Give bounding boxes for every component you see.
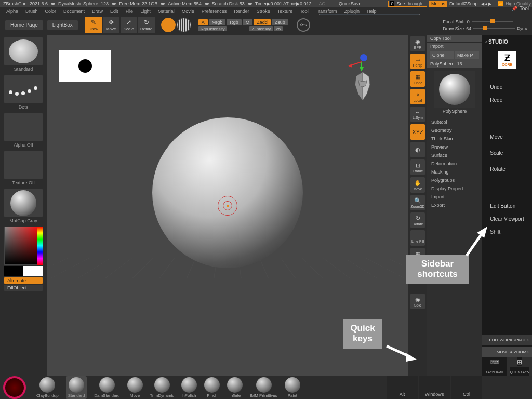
studio-rotate-button[interactable]: Rotate [490,166,524,172]
menu-light[interactable]: Light [140,9,151,14]
rotate-button[interactable]: ↻Rotate [410,212,425,228]
studio-shift-button[interactable]: Shift [490,229,524,235]
see-through-slider[interactable]: 0See-through [388,1,427,7]
studio-edit-button-button[interactable]: Edit Button [490,203,524,209]
brush-standard[interactable]: Standard [66,376,87,399]
gizmo-disc-2[interactable] [177,18,191,32]
brush-imm-primitives[interactable]: IMM Primitives [250,377,277,398]
color-ring-icon[interactable] [3,376,26,399]
gizmo-disc[interactable] [161,18,176,32]
zoom3d-button[interactable]: 🔍Zoom3D [410,195,425,210]
menu-draw[interactable]: Draw [92,9,103,14]
tool-section-polygroups[interactable]: Polygroups [431,176,478,184]
swatch-row[interactable] [4,266,43,276]
alpha-off-slot[interactable] [4,113,43,141]
menu-movie[interactable]: Movie [182,9,194,14]
menu-color[interactable]: Color [45,9,57,14]
menu-preferences[interactable]: Preferences [202,9,227,14]
bpr-button[interactable]: ◉BPR [410,36,425,51]
rotate-mode-button[interactable]: ↻Rotate [138,17,155,33]
local-button[interactable]: ⌖Local [410,89,425,104]
linefill-button[interactable]: ≡Line Fill [410,230,425,246]
menu-transform[interactable]: Transform [316,9,337,14]
dots-slot[interactable] [4,75,43,103]
standard-slot[interactable] [4,37,43,65]
studio-clear-viewport-button[interactable]: Clear Viewport [490,216,524,222]
zadd-toggle[interactable]: Zadd [254,19,271,25]
persp-button[interactable]: ▭Persp [410,54,425,69]
menu-document[interactable]: Document [63,9,85,14]
matcap-gray-slot[interactable] [4,189,43,217]
tool-section-deformation[interactable]: Deformation [431,159,478,168]
quickkey-ctrl[interactable]: Ctrl [451,376,482,399]
move-mode-button[interactable]: ✥Move [103,17,119,33]
mrgb-toggle[interactable]: Mrgb [209,19,226,25]
quicksave-button[interactable]: QuickSave [337,1,364,6]
focal-shift-slider[interactable]: Focal Shift 0 [443,19,527,24]
menu-zplugin[interactable]: Zplugin [344,9,360,14]
scale-mode-button[interactable]: ⤢Scale [121,17,137,33]
studio-move-button[interactable]: Move [490,134,524,140]
brush-pinch[interactable]: Pinch [204,377,220,398]
tool-section-thick-skin[interactable]: Thick Skin [431,135,478,143]
rgb-toggle[interactable]: Rgb [227,19,242,25]
-button[interactable]: ◐ [410,142,425,157]
edit-workspace-button[interactable]: EDIT WORKSPACE › [482,335,532,345]
menu-brush[interactable]: Brush [25,9,38,14]
brush-hpolish[interactable]: hPolish [181,377,197,398]
alternate-button[interactable]: Alternate [4,277,43,284]
menu-file[interactable]: File [126,9,134,14]
gyro-toggle[interactable]: ⟳S [297,18,310,32]
move-button[interactable]: ✋Move [410,177,425,193]
studio-back-button[interactable]: ‹ STUDIO [482,35,532,49]
make-polymesh-button[interactable]: Make P [455,51,479,59]
texture-off-slot[interactable] [4,151,43,179]
studio-tab-keyboard[interactable]: ⌨KEYBOARD [482,357,507,376]
draw-mode-button[interactable]: ✎Draw [85,17,102,33]
lsym-button[interactable]: ↔L.Sym [410,107,425,122]
polysphere-row[interactable]: PolySphere. 16 [427,60,482,68]
tool-section-geometry[interactable]: Geometry [431,126,478,135]
floor-button[interactable]: ▦Floor [410,71,425,87]
brush-inflate[interactable]: Inflate [227,377,243,398]
studio-tab-quick-keys[interactable]: ⊞QUICK KEYS [507,357,532,376]
default-zscript[interactable]: DefaultZScript [449,1,479,6]
tool-section-export[interactable]: Export [431,201,478,209]
tool-section-surface[interactable]: Surface [431,151,478,159]
tool-section-subtool[interactable]: Subtool [431,118,478,126]
move-zoom-button[interactable]: MOVE & ZOOM › [482,347,532,357]
studio-scale-button[interactable]: Scale [490,150,524,156]
brush-trimdynamic[interactable]: TrimDynamic [150,377,175,398]
tool-thumbnail[interactable] [434,71,475,108]
clone-button[interactable]: Clone [430,51,454,59]
menu-alpha[interactable]: Alpha [6,9,18,14]
color-picker[interactable] [4,227,43,265]
fillobject-button[interactable]: FillObject [4,285,43,291]
lightbox-button[interactable]: LightBox [47,20,78,30]
menu-texture[interactable]: Texture [277,9,293,14]
menu-render[interactable]: Render [234,9,249,14]
quickkey-windows[interactable]: Windows [419,376,450,399]
frame-button[interactable]: ⊡Frame [410,159,425,175]
menu-help[interactable]: Help [367,9,377,14]
home-page-button[interactable]: Home Page [5,20,43,30]
tool-section-display-propert[interactable]: Display Propert [431,184,478,193]
tool-section-masking[interactable]: Masking [431,168,478,176]
xyz-button[interactable]: XYZ [410,124,425,140]
m-toggle[interactable]: M [243,19,253,25]
tool-section-preview[interactable]: Preview [431,143,478,151]
brush-move[interactable]: Move [127,377,143,398]
menu-material[interactable]: Material [158,9,175,14]
zsub-toggle[interactable]: Zsub [272,19,288,25]
brush-claybuildup[interactable]: ClayBuildup [36,377,59,398]
solo-button[interactable]: ◉Solo [410,294,425,309]
tool-section-import[interactable]: Import [431,193,478,201]
polysphere-mesh[interactable] [152,117,303,268]
menu-stroke[interactable]: Stroke [257,9,270,14]
a-toggle[interactable]: A [198,19,208,25]
studio-redo-button[interactable]: Redo [490,97,524,103]
brush-paint[interactable]: Paint [285,377,300,398]
brush-damstandard[interactable]: DamStandard [94,377,119,398]
import-button[interactable]: Import [427,43,482,50]
studio-undo-button[interactable]: Undo [490,84,524,90]
